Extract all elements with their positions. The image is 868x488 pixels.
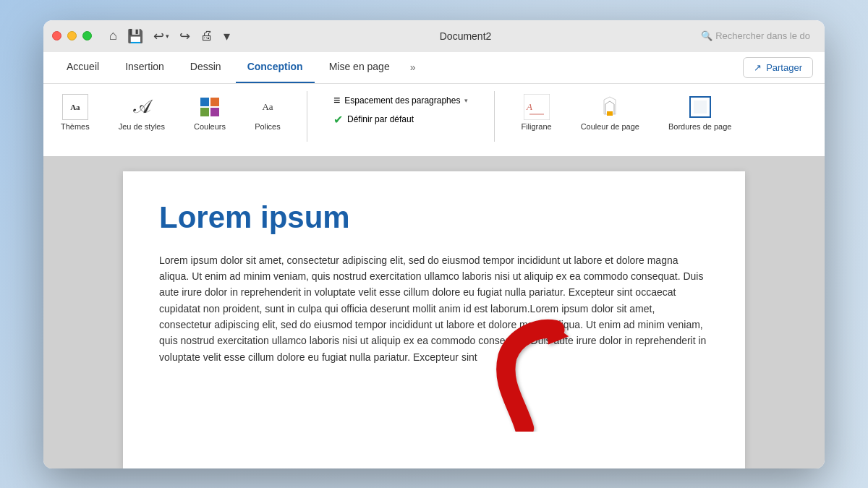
defaut-button[interactable]: ✔ Définir par défaut — [328, 110, 474, 129]
ribbon-more-tabs[interactable]: » — [404, 56, 422, 79]
ribbon-content: Aa Thèmes 𝒜 Jeu de styles — [43, 84, 825, 156]
espacement-group: ≡ Espacement des paragraphes ▾ ✔ Définir… — [328, 91, 474, 129]
couleurs-button[interactable]: Couleurs — [188, 91, 231, 134]
more-icon[interactable]: ▾ — [224, 28, 230, 44]
document-body: Lorem ipsum dolor sit amet, consectetur … — [159, 252, 709, 366]
defaut-label: Définir par défaut — [347, 114, 414, 124]
maximize-button[interactable] — [82, 31, 92, 40]
app-window: ⌂ 💾 ↩▾ ↪ 🖨 ▾ Document2 🔍 Rechercher dans… — [43, 20, 825, 468]
themes-button[interactable]: Aa Thèmes — [55, 91, 95, 134]
bordures-page-icon — [687, 94, 713, 120]
save-icon[interactable]: 💾 — [127, 28, 143, 44]
polices-icon: Aa — [255, 94, 281, 120]
search-bar[interactable]: 🔍 Rechercher dans le do — [701, 30, 810, 41]
filigrane-icon: A — [524, 94, 550, 120]
tab-conception[interactable]: Conception — [236, 52, 315, 83]
jeu-styles-label: Jeu de styles — [119, 122, 165, 131]
document-page: Lorem ipsum Lorem ipsum dolor sit amet, … — [123, 171, 745, 468]
couleur-page-button[interactable]: Couleur de page — [575, 91, 645, 134]
tab-mise-en-page[interactable]: Mise en page — [318, 52, 401, 83]
tab-insertion[interactable]: Insertion — [114, 52, 176, 83]
espacement-dropdown-arrow: ▾ — [464, 97, 468, 104]
traffic-lights — [52, 31, 92, 40]
espacement-icon: ≡ — [333, 94, 340, 107]
couleur-page-icon — [597, 94, 623, 120]
couleur-page-label: Couleur de page — [581, 122, 639, 131]
home-icon[interactable]: ⌂ — [109, 28, 117, 43]
svg-text:A: A — [526, 101, 532, 112]
page-area: Lorem ipsum Lorem ipsum dolor sit amet, … — [43, 157, 825, 468]
share-label: Partager — [766, 62, 802, 73]
search-icon: 🔍 — [701, 30, 712, 41]
tab-dessin[interactable]: Dessin — [179, 52, 233, 83]
jeu-styles-button[interactable]: 𝒜 Jeu de styles — [113, 91, 171, 134]
separator-1 — [307, 91, 307, 142]
check-icon: ✔ — [333, 113, 343, 127]
themes-label: Thèmes — [61, 122, 90, 131]
share-icon: ↗ — [754, 62, 762, 73]
minimize-button[interactable] — [67, 31, 77, 40]
filigrane-button[interactable]: A Filigrane — [515, 91, 557, 134]
espacement-button[interactable]: ≡ Espacement des paragraphes ▾ — [328, 91, 474, 110]
jeu-styles-icon: 𝒜 — [129, 94, 155, 120]
window-title: Document2 — [236, 30, 695, 42]
redo-icon[interactable]: ↪ — [179, 28, 190, 44]
svg-rect-5 — [694, 100, 707, 114]
polices-label: Polices — [255, 122, 280, 131]
couleurs-icon — [197, 94, 223, 120]
share-button[interactable]: ↗ Partager — [743, 57, 813, 78]
ribbon-tabs: Accueil Insertion Dessin Conception Mise… — [43, 52, 825, 84]
separator-2 — [494, 91, 495, 142]
undo-icon[interactable]: ↩▾ — [153, 28, 169, 44]
svg-rect-3 — [607, 111, 613, 116]
search-placeholder: Rechercher dans le do — [715, 30, 810, 41]
close-button[interactable] — [52, 31, 61, 40]
polices-button[interactable]: Aa Polices — [249, 91, 286, 134]
toolbar-icons: ⌂ 💾 ↩▾ ↪ 🖨 ▾ — [109, 28, 230, 44]
filigrane-label: Filigrane — [521, 122, 551, 131]
themes-icon: Aa — [62, 94, 88, 120]
ribbon: Accueil Insertion Dessin Conception Mise… — [43, 52, 825, 157]
title-bar: ⌂ 💾 ↩▾ ↪ 🖨 ▾ Document2 🔍 Rechercher dans… — [43, 20, 825, 52]
document-title: Lorem ipsum — [159, 200, 709, 235]
print-icon[interactable]: 🖨 — [200, 28, 213, 43]
bordures-page-label: Bordures de page — [668, 122, 731, 131]
tab-accueil[interactable]: Accueil — [55, 52, 111, 83]
espacement-label: Espacement des paragraphes — [344, 95, 460, 106]
bordures-page-button[interactable]: Bordures de page — [663, 91, 737, 134]
couleurs-label: Couleurs — [194, 122, 226, 131]
